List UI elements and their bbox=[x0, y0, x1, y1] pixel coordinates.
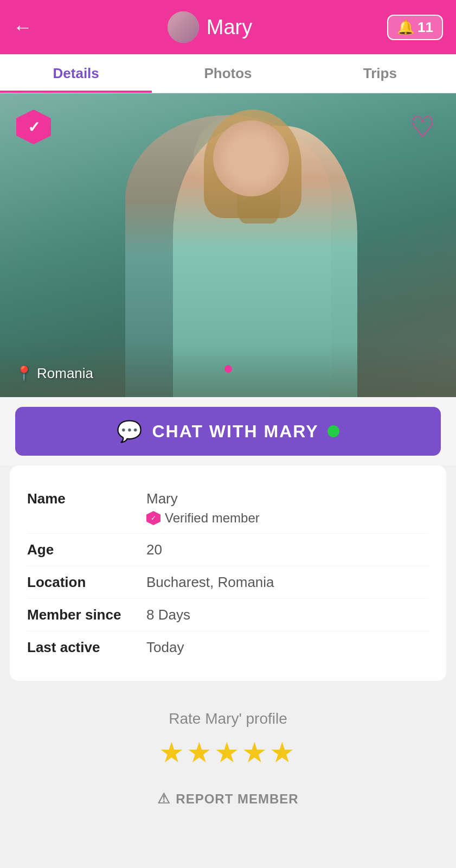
notification-badge[interactable]: 🔔 11 bbox=[387, 15, 443, 40]
age-value: 20 bbox=[146, 541, 162, 558]
avatar bbox=[168, 11, 199, 43]
report-section: ⚠ REPORT MEMBER bbox=[0, 780, 456, 829]
name-label: Name bbox=[27, 490, 146, 507]
name-value-container: Mary ✓ Verified member bbox=[146, 490, 260, 526]
header: ← Mary 🔔 11 bbox=[0, 0, 456, 54]
notification-count: 11 bbox=[418, 19, 433, 36]
detail-row-last-active: Last active Today bbox=[27, 631, 429, 663]
warning-icon: ⚠ bbox=[157, 790, 170, 807]
age-label: Age bbox=[27, 541, 146, 558]
detail-row-location: Location Bucharest, Romania bbox=[27, 566, 429, 599]
detail-row-age: Age 20 bbox=[27, 534, 429, 566]
chat-with-mary-button[interactable]: 💬 CHAT WITH MARY bbox=[15, 407, 441, 456]
profile-image bbox=[0, 93, 456, 397]
back-button[interactable]: ← bbox=[13, 17, 33, 37]
verified-shield-small-icon: ✓ bbox=[146, 511, 160, 525]
profile-image-container: ✓ ♡ 📍 Romania bbox=[0, 93, 456, 397]
last-active-label: Last active bbox=[27, 639, 146, 656]
online-status-dot bbox=[327, 425, 339, 437]
member-since-value: 8 Days bbox=[146, 607, 190, 623]
star-rating[interactable]: ★★★★★ bbox=[0, 736, 456, 769]
rating-section: Rate Mary' profile ★★★★★ bbox=[0, 691, 456, 780]
location-detail-label: Location bbox=[27, 574, 146, 591]
chat-icon: 💬 bbox=[117, 419, 143, 443]
verified-row: ✓ Verified member bbox=[146, 510, 260, 526]
location-pin-icon: 📍 bbox=[15, 365, 33, 382]
bell-icon: 🔔 bbox=[397, 19, 414, 36]
favorite-button[interactable]: ♡ bbox=[404, 108, 441, 145]
member-since-label: Member since bbox=[27, 607, 146, 623]
rating-title: Rate Mary' profile bbox=[0, 710, 456, 727]
location-detail-value: Bucharest, Romania bbox=[146, 574, 274, 591]
tabs: Details Photos Trips bbox=[0, 54, 456, 93]
name-value: Mary bbox=[146, 490, 260, 507]
report-label: REPORT MEMBER bbox=[176, 792, 298, 807]
detail-row-member-since: Member since 8 Days bbox=[27, 599, 429, 631]
location-dot bbox=[224, 365, 232, 373]
chat-button-container: 💬 CHAT WITH MARY bbox=[0, 397, 456, 465]
verified-text: Verified member bbox=[165, 510, 260, 526]
report-member-button[interactable]: ⚠ REPORT MEMBER bbox=[157, 790, 298, 807]
detail-row-name: Name Mary ✓ Verified member bbox=[27, 483, 429, 534]
last-active-value: Today bbox=[146, 639, 184, 656]
header-profile: Mary bbox=[168, 11, 252, 43]
details-card: Name Mary ✓ Verified member Age 20 Locat… bbox=[10, 465, 446, 681]
chat-button-label: CHAT WITH MARY bbox=[152, 422, 318, 442]
location-label: 📍 Romania bbox=[15, 365, 93, 382]
tab-trips[interactable]: Trips bbox=[304, 54, 456, 93]
verified-shield-icon: ✓ bbox=[15, 108, 52, 148]
tab-details[interactable]: Details bbox=[0, 54, 152, 93]
header-username: Mary bbox=[207, 16, 252, 39]
tab-photos[interactable]: Photos bbox=[152, 54, 304, 93]
svg-text:✓: ✓ bbox=[28, 119, 40, 136]
